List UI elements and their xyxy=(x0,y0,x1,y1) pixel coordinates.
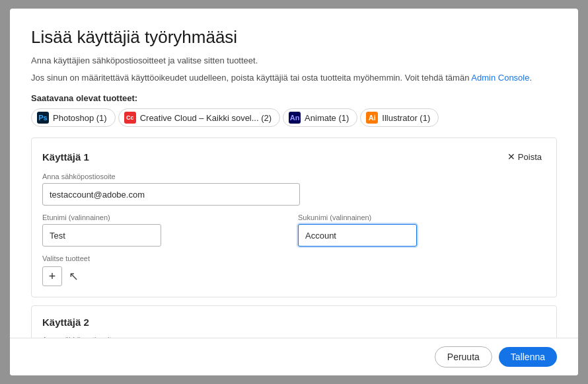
user-2-title: Käyttäjä 2 xyxy=(42,317,89,328)
modal-title: Lisää käyttäjiä työryhmääsi xyxy=(31,27,557,48)
modal-desc-2: Jos sinun on määritettävä käyttöoikeudet… xyxy=(31,71,557,85)
products-label: Saatavana olevat tuotteet: xyxy=(31,93,557,103)
plus-icon: + xyxy=(49,270,56,284)
desc-text-end: . xyxy=(529,73,532,83)
user-1-section: Käyttäjä 1 ✕ Poista Anna sähköpostiosoit… xyxy=(31,137,557,297)
modal: Lisää käyttäjiä työryhmääsi Anna käyttäj… xyxy=(10,9,578,375)
cursor-indicator: ↖ xyxy=(69,269,79,284)
ps-icon: Ps xyxy=(37,112,49,124)
user-1-email-group: Anna sähköpostiosoite xyxy=(42,173,546,206)
user-1-products-label: Valitse tuotteet xyxy=(42,254,546,262)
admin-console-link[interactable]: Admin Console xyxy=(471,73,529,83)
modal-footer: Peruuta Tallenna xyxy=(10,338,578,375)
remove-user-1-label: Poista xyxy=(518,152,542,162)
user-1-email-input[interactable] xyxy=(42,183,300,206)
user-1-add-product-button[interactable]: + xyxy=(42,266,62,286)
user-2-email-label: Anna sähköpostiosoite xyxy=(42,336,546,338)
an-label: Animate (1) xyxy=(305,113,349,123)
user-1-first-name-label: Etunimi (valinnainen) xyxy=(42,213,290,221)
user-2-email-group: Anna sähköpostiosoite xyxy=(42,336,546,338)
cancel-button[interactable]: Peruuta xyxy=(435,346,492,367)
product-chip-ai[interactable]: Ai Illustrator (1) xyxy=(360,108,439,127)
ps-label: Photoshop (1) xyxy=(53,113,107,123)
product-chip-ps[interactable]: Ps Photoshop (1) xyxy=(31,108,116,127)
remove-user-1-button[interactable]: ✕ Poista xyxy=(503,149,546,165)
user-1-header: Käyttäjä 1 ✕ Poista xyxy=(42,149,546,165)
modal-desc-1: Anna käyttäjien sähköpostiosoitteet ja v… xyxy=(31,54,557,67)
user-1-name-row: Etunimi (valinnainen) Sukunimi (valinnai… xyxy=(42,213,546,247)
modal-overlay: Lisää käyttäjiä työryhmääsi Anna käyttäj… xyxy=(0,0,588,384)
cc-icon: Cc xyxy=(124,112,136,124)
product-chip-an[interactable]: An Animate (1) xyxy=(283,108,357,127)
user-2-header: Käyttäjä 2 xyxy=(42,317,546,328)
user-1-last-name-group: Sukunimi (valinnainen) xyxy=(298,213,546,247)
an-icon: An xyxy=(289,112,301,124)
user-1-last-name-input[interactable] xyxy=(298,224,417,247)
user-1-products-add-row: + ↖ xyxy=(42,266,546,286)
user-2-section: Käyttäjä 2 Anna sähköpostiosoite xyxy=(31,305,557,338)
save-button[interactable]: Tallenna xyxy=(499,347,557,367)
products-list: Ps Photoshop (1) Cc Creative Cloud – Kai… xyxy=(31,108,557,127)
user-1-first-name-input[interactable] xyxy=(42,224,161,247)
close-icon: ✕ xyxy=(507,151,515,162)
desc-text-2: Jos sinun on määritettävä käyttöoikeudet… xyxy=(31,73,471,83)
product-chip-cc[interactable]: Cc Creative Cloud – Kaikki sovel... (2) xyxy=(118,108,280,127)
user-1-title: Käyttäjä 1 xyxy=(42,151,89,163)
modal-body: Lisää käyttäjiä työryhmääsi Anna käyttäj… xyxy=(10,9,578,338)
cc-label: Creative Cloud – Kaikki sovel... (2) xyxy=(140,113,272,123)
user-1-last-name-label: Sukunimi (valinnainen) xyxy=(298,213,546,221)
desc-text-1: Anna käyttäjien sähköpostiosoitteet ja v… xyxy=(31,56,258,65)
user-1-email-label: Anna sähköpostiosoite xyxy=(42,173,546,180)
ai-icon: Ai xyxy=(366,112,378,124)
ai-label: Illustrator (1) xyxy=(382,113,430,123)
user-1-products-group: Valitse tuotteet + ↖ xyxy=(42,254,546,286)
user-1-first-name-group: Etunimi (valinnainen) xyxy=(42,213,290,247)
